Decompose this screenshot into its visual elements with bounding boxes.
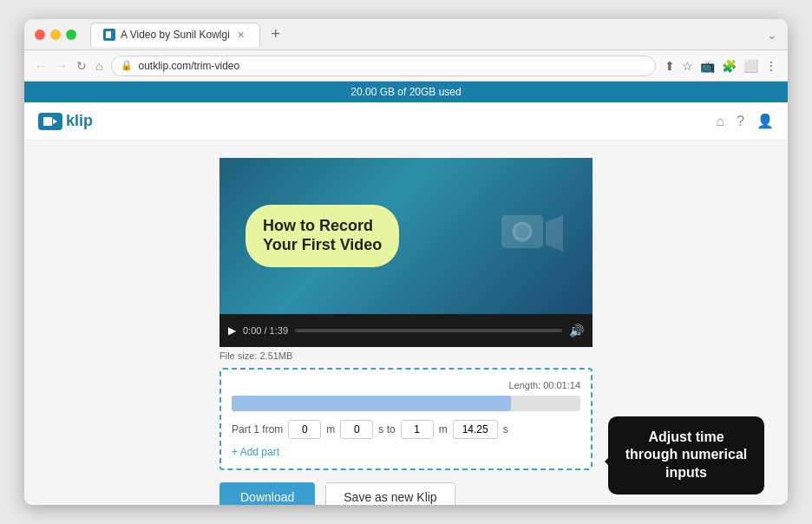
add-part-button[interactable]: + Add part bbox=[232, 446, 580, 458]
url-text: outklip.com/trim-video bbox=[138, 60, 239, 72]
svg-rect-1 bbox=[43, 117, 52, 126]
menu-icon[interactable]: ⋮ bbox=[765, 59, 777, 73]
logo-icon bbox=[38, 113, 62, 130]
to-minutes-input[interactable] bbox=[401, 420, 434, 439]
time-display: 0:00 / 1:39 bbox=[243, 325, 288, 336]
back-button[interactable]: ← bbox=[35, 59, 47, 73]
svg-point-5 bbox=[514, 223, 531, 240]
close-traffic-light[interactable] bbox=[35, 29, 45, 40]
trim-slider-track[interactable] bbox=[232, 396, 580, 411]
url-bar[interactable]: 🔒 outklip.com/trim-video bbox=[111, 56, 656, 76]
outer-wrapper: How to Record Your First Video bbox=[219, 158, 593, 505]
action-buttons: Download Save as new Klip bbox=[219, 482, 593, 505]
svg-rect-0 bbox=[106, 31, 111, 38]
refresh-button[interactable]: ↻ bbox=[76, 59, 87, 73]
title-bar: A Video by Sunil Kowlgi ✕ + ⌄ bbox=[24, 19, 788, 50]
lock-icon: 🔒 bbox=[121, 60, 133, 71]
part-label: Part 1 from bbox=[232, 423, 283, 436]
header-help-icon[interactable]: ? bbox=[737, 114, 744, 129]
progress-bar[interactable] bbox=[295, 329, 562, 332]
video-container: How to Record Your First Video bbox=[219, 158, 593, 347]
storage-banner: 20.00 GB of 20GB used bbox=[24, 82, 788, 102]
svg-marker-4 bbox=[546, 215, 563, 252]
video-thumbnail-content: How to Record Your First Video bbox=[219, 158, 593, 314]
file-size-label: File size: 2.51MB bbox=[219, 347, 593, 364]
trim-length: Length: 00:01:14 bbox=[232, 380, 580, 390]
page-content: How to Record Your First Video bbox=[24, 141, 788, 505]
app-logo: klip bbox=[38, 112, 93, 130]
maximize-traffic-light[interactable] bbox=[66, 29, 76, 40]
part-row: Part 1 from m s to m s bbox=[232, 420, 580, 439]
play-button[interactable]: ▶ bbox=[228, 324, 236, 337]
header-home-icon[interactable]: ⌂ bbox=[716, 114, 724, 129]
traffic-lights bbox=[35, 29, 76, 40]
window-chevron: ⌄ bbox=[767, 28, 777, 42]
to-s-label: s bbox=[503, 423, 508, 436]
forward-button[interactable]: → bbox=[56, 59, 68, 73]
browser-window: A Video by Sunil Kowlgi ✕ + ⌄ ← → ↻ ⌂ 🔒 … bbox=[24, 19, 788, 505]
header-icons: ⌂ ? 👤 bbox=[716, 113, 774, 129]
save-klip-button[interactable]: Save as new Klip bbox=[325, 482, 455, 505]
video-title-blob: How to Record Your First Video bbox=[246, 205, 399, 266]
screenshot-icon[interactable]: ⬜ bbox=[743, 59, 758, 73]
svg-marker-2 bbox=[53, 119, 57, 124]
address-bar: ← → ↻ ⌂ 🔒 outklip.com/trim-video ⬆ ☆ 📺 🧩… bbox=[24, 50, 788, 82]
cast-icon[interactable]: 📺 bbox=[700, 59, 715, 73]
bookmark-icon[interactable]: ☆ bbox=[682, 59, 693, 73]
video-title-text: How to Record Your First Video bbox=[263, 217, 382, 254]
home-button[interactable]: ⌂ bbox=[95, 59, 102, 73]
to-m-label: m bbox=[439, 423, 448, 436]
tab-favicon bbox=[103, 29, 115, 41]
new-tab-button[interactable]: + bbox=[265, 24, 286, 45]
tab-area: A Video by Sunil Kowlgi ✕ + bbox=[90, 19, 767, 49]
from-m-label: m bbox=[326, 423, 335, 436]
from-s-label: s to bbox=[378, 423, 395, 436]
browser-toolbar-icons: ⬆ ☆ 📺 🧩 ⬜ ⋮ bbox=[665, 59, 777, 73]
tab-close-button[interactable]: ✕ bbox=[235, 29, 247, 41]
minimize-traffic-light[interactable] bbox=[50, 29, 61, 40]
browser-tab[interactable]: A Video by Sunil Kowlgi ✕ bbox=[90, 23, 260, 47]
camera-icon bbox=[497, 200, 566, 272]
trim-slider-fill bbox=[232, 396, 511, 411]
header-user-icon[interactable]: 👤 bbox=[756, 113, 774, 129]
tab-title: A Video by Sunil Kowlgi bbox=[121, 29, 230, 41]
to-seconds-input[interactable] bbox=[453, 420, 498, 439]
video-controls: ▶ 0:00 / 1:39 🔊 bbox=[219, 314, 593, 347]
logo-text: klip bbox=[66, 112, 93, 130]
extensions-icon[interactable]: 🧩 bbox=[722, 59, 737, 73]
from-seconds-input[interactable] bbox=[340, 420, 373, 439]
from-minutes-input[interactable] bbox=[288, 420, 321, 439]
volume-icon[interactable]: 🔊 bbox=[569, 324, 584, 337]
trim-section: Length: 00:01:14 Part 1 from m s to m s … bbox=[219, 368, 593, 470]
download-button[interactable]: Download bbox=[219, 482, 315, 505]
tooltip-numerical: Adjust time through numerical inputs bbox=[608, 416, 764, 495]
video-thumbnail: How to Record Your First Video bbox=[219, 158, 593, 314]
share-icon[interactable]: ⬆ bbox=[665, 59, 675, 73]
app-header: klip ⌂ ? 👤 bbox=[24, 102, 788, 141]
